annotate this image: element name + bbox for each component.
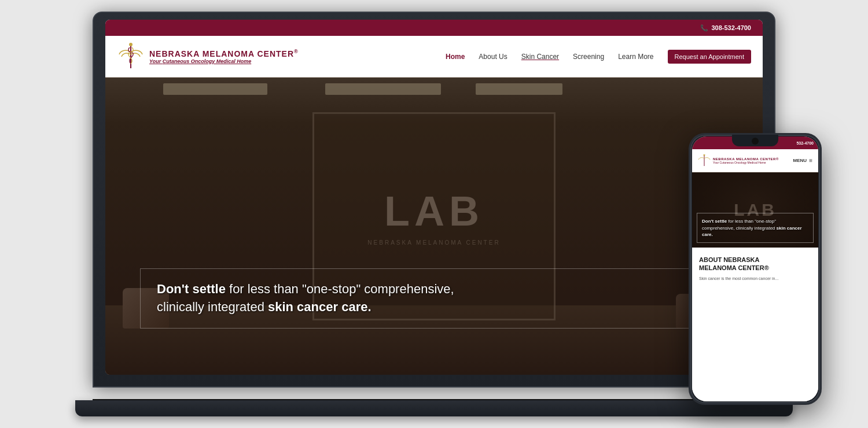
eagle-caduceus-icon	[117, 43, 145, 71]
phone-header: NEBRASKA MELANOMA CENTER® Your Cutaneous…	[692, 149, 818, 172]
site-logo: NEBRASKA MELANOMA CENTER® Your Cutaneous…	[117, 43, 299, 71]
logo-tagline: Your Cutaneous Oncology Medical Home	[149, 58, 299, 64]
hero-content: Don't settle for less than "one-stop" co…	[140, 268, 728, 329]
svg-point-3	[704, 154, 705, 156]
phone-about-title: ABOUT NEBRASKAMELANOMA CENTER®	[699, 256, 811, 272]
nav-appointment[interactable]: Request an Appointment	[668, 50, 751, 64]
site-hero: LAB NEBRASKA MELANOMA CENTER Don't settl…	[105, 78, 763, 375]
site-header: NEBRASKA MELANOMA CENTER® Your Cutaneous…	[105, 36, 763, 78]
svg-point-1	[129, 43, 133, 46]
site-nav: Home About Us Skin Cancer Screening Lear…	[446, 50, 751, 64]
phone-hero-text: Don't settle for less than "one-stop" co…	[702, 218, 808, 238]
phone-logo-tagline: Your Cutaneous Oncology Medical Home	[713, 161, 779, 164]
phone-hero-content: Don't settle for less than "one-stop" co…	[697, 213, 814, 243]
phone-icon: 📞	[700, 24, 708, 32]
laptop-screen-bezel: 📞 308-532-4700	[105, 20, 763, 375]
hero-overlay	[105, 78, 763, 375]
phone-logo: NEBRASKA MELANOMA CENTER® Your Cutaneous…	[698, 154, 779, 167]
topbar-phone: 📞 308-532-4700	[700, 24, 751, 32]
phone-screen: 532-4700	[692, 136, 818, 401]
phone-camera	[752, 138, 759, 145]
phone-device: 532-4700	[689, 133, 822, 405]
phone-topbar-number: 532-4700	[796, 141, 814, 145]
nav-learn-more[interactable]: Learn More	[618, 53, 653, 61]
scene: 📞 308-532-4700	[0, 0, 868, 428]
laptop-outer: 📞 308-532-4700	[93, 12, 775, 388]
phone-eagle-icon	[698, 154, 711, 167]
nav-skin-cancer[interactable]: Skin Cancer	[521, 53, 559, 61]
logo-name: NEBRASKA MELANOMA CENTER®	[149, 49, 299, 58]
hamburger-icon: ≡	[809, 157, 812, 164]
website: 📞 308-532-4700	[105, 20, 763, 375]
phone-about-text: Skin cancer is the most common cancer in…	[699, 276, 811, 282]
site-topbar: 📞 308-532-4700	[105, 20, 763, 36]
phone-notch	[732, 135, 778, 146]
nav-about[interactable]: About Us	[479, 53, 507, 61]
phone-menu-button[interactable]: MENU ≡	[793, 157, 812, 164]
nav-home[interactable]: Home	[446, 53, 465, 61]
logo-text: NEBRASKA MELANOMA CENTER® Your Cutaneous…	[149, 49, 299, 64]
phone-logo-text-block: NEBRASKA MELANOMA CENTER® Your Cutaneous…	[713, 157, 779, 164]
laptop: 📞 308-532-4700	[93, 12, 775, 416]
phone-about-section: ABOUT NEBRASKAMELANOMA CENTER® Skin canc…	[692, 248, 818, 401]
hero-text: Don't settle for less than "one-stop" co…	[157, 281, 711, 316]
phone-hero: LAB Don't settle for less than "one-stop…	[692, 172, 818, 248]
logo-icon	[117, 43, 145, 71]
nav-screening[interactable]: Screening	[573, 53, 604, 61]
phone-logo-icon	[698, 154, 711, 167]
laptop-base	[75, 400, 793, 416]
